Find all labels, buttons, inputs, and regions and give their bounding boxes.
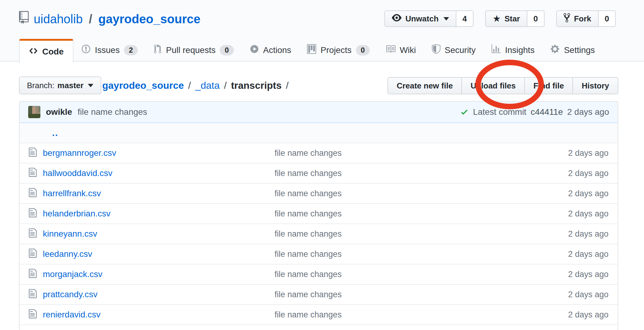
file-name-link[interactable]: helanderbrian.csv xyxy=(43,209,110,219)
caret-down-icon xyxy=(444,17,449,21)
tab-code[interactable]: Code xyxy=(19,39,73,63)
file-name-link[interactable]: prattcandy.csv xyxy=(43,290,97,299)
tab-security-label: Security xyxy=(445,45,476,55)
star-label: Star xyxy=(504,14,520,24)
tab-projects[interactable]: Projects 0 xyxy=(299,39,378,61)
file-age: 2 days ago xyxy=(568,169,608,178)
repo-header: uidaholib / gayrodeo_source Unwatch 4 ★ … xyxy=(0,0,644,62)
file-age: 2 days ago xyxy=(568,189,608,198)
file-name-link[interactable]: renierdavid.csv xyxy=(43,310,100,320)
file-age: 2 days ago xyxy=(568,310,608,320)
file-table: owikle file name changes Latest commit c… xyxy=(19,101,618,330)
tab-security[interactable]: Security xyxy=(424,39,484,61)
file-text-icon xyxy=(29,288,37,301)
repo-name-link[interactable]: gayrodeo_source xyxy=(98,12,200,26)
history-button[interactable]: History xyxy=(572,77,618,94)
up-directory-row[interactable]: .. xyxy=(20,123,618,143)
breadcrumb-data-link[interactable]: _data xyxy=(195,80,220,91)
projects-count-badge: 0 xyxy=(356,45,370,55)
commit-message-link[interactable]: file name changes xyxy=(78,107,147,117)
commit-sha-link[interactable]: c44411e xyxy=(531,107,563,117)
shield-icon xyxy=(432,44,440,56)
file-text-icon xyxy=(29,147,37,159)
repo-nav: Code Issues 2 Pull requests 0 Actions xyxy=(19,39,603,63)
pull-requests-count-badge: 0 xyxy=(220,45,234,55)
file-commit-message-link[interactable]: file name changes xyxy=(275,209,342,219)
table-row: kinneyann.csv file name changes 2 days a… xyxy=(20,224,618,244)
upload-files-button[interactable]: Upload files xyxy=(461,77,525,94)
unwatch-label: Unwatch xyxy=(405,14,438,24)
issue-icon xyxy=(81,44,91,56)
file-commit-message-link[interactable]: file name changes xyxy=(275,290,342,299)
up-directory-link[interactable]: .. xyxy=(52,128,58,138)
file-commit-message-link[interactable]: file name changes xyxy=(275,189,342,198)
code-icon xyxy=(29,46,38,58)
latest-commit-meta: Latest commit c44411e 2 days ago xyxy=(460,107,609,117)
fork-label: Fork xyxy=(574,14,591,24)
tab-pull-requests[interactable]: Pull requests 0 xyxy=(146,39,242,61)
find-file-button[interactable]: Find file xyxy=(524,77,573,94)
file-text-icon xyxy=(29,167,37,180)
file-text-icon xyxy=(29,309,37,321)
table-row: bergmannroger.csv file name changes 2 da… xyxy=(20,143,618,163)
file-text-icon xyxy=(29,268,37,281)
file-age: 2 days ago xyxy=(568,290,608,299)
file-commit-message-link[interactable]: file name changes xyxy=(275,229,342,239)
gear-icon xyxy=(550,44,560,56)
eye-icon xyxy=(392,13,402,25)
stargazers-count[interactable]: 0 xyxy=(527,10,545,27)
file-name-link[interactable]: bergmannroger.csv xyxy=(43,148,116,158)
table-row: harrellfrank.csv file name changes 2 day… xyxy=(20,184,618,204)
file-rows: bergmannroger.csv file name changes 2 da… xyxy=(20,143,618,325)
tab-insights[interactable]: Insights xyxy=(484,39,543,61)
tab-actions[interactable]: Actions xyxy=(242,39,299,61)
tab-settings[interactable]: Settings xyxy=(542,39,603,61)
tab-pull-requests-label: Pull requests xyxy=(166,45,215,55)
file-text-icon xyxy=(29,248,37,261)
watchers-count[interactable]: 4 xyxy=(456,10,474,27)
file-name-link[interactable]: morganjack.csv xyxy=(43,269,103,279)
tab-wiki[interactable]: Wiki xyxy=(378,39,424,61)
file-name-link[interactable]: hallwooddavid.csv xyxy=(43,168,112,178)
watch-group: Unwatch 4 xyxy=(384,10,474,27)
latest-commit-label: Latest commit xyxy=(473,107,526,117)
table-row: helanderbrian.csv file name changes 2 da… xyxy=(20,204,618,224)
commit-author-link[interactable]: owikle xyxy=(46,107,72,117)
tab-projects-label: Projects xyxy=(320,45,351,55)
breadcrumb-repo-link[interactable]: gayrodeo_source xyxy=(102,80,184,91)
tab-code-label: Code xyxy=(42,47,64,57)
star-button[interactable]: ★ Star xyxy=(485,10,527,27)
create-new-file-button[interactable]: Create new file xyxy=(388,77,462,94)
branch-name: master xyxy=(58,81,84,90)
latest-commit-bar: owikle file name changes Latest commit c… xyxy=(20,102,618,123)
file-age: 2 days ago xyxy=(568,148,608,158)
repo-owner-link[interactable]: uidaholib xyxy=(34,12,83,26)
file-name-link[interactable]: kinneyann.csv xyxy=(43,229,97,239)
file-commit-message-link[interactable]: file name changes xyxy=(275,249,342,259)
table-row: leedanny.csv file name changes 2 days ag… xyxy=(20,244,618,264)
branch-select-button[interactable]: Branch: master xyxy=(19,77,101,94)
file-action-buttons: Create new file Upload files Find file H… xyxy=(388,77,618,94)
tab-issues[interactable]: Issues 2 xyxy=(73,39,146,61)
repo-book-icon xyxy=(19,11,29,27)
unwatch-button[interactable]: Unwatch xyxy=(384,10,456,27)
file-commit-message-link[interactable]: file name changes xyxy=(275,270,342,279)
issues-count-badge: 2 xyxy=(124,45,138,55)
file-commit-message-link[interactable]: file name changes xyxy=(275,169,342,178)
table-row: renierdavid.csv file name changes 2 days… xyxy=(20,305,618,325)
table-row: hallwooddavid.csv file name changes 2 da… xyxy=(20,163,618,184)
breadcrumb: gayrodeo_source / _data / transcripts / xyxy=(102,77,289,94)
file-commit-message-link[interactable]: file name changes xyxy=(275,148,342,158)
tab-wiki-label: Wiki xyxy=(400,45,416,55)
branch-label: Branch: xyxy=(27,81,54,90)
file-name-link[interactable]: harrellfrank.csv xyxy=(43,189,101,198)
breadcrumb-current-dir: transcripts xyxy=(231,80,282,91)
file-name-link[interactable]: leedanny.csv xyxy=(43,249,92,259)
commit-age: 2 days ago xyxy=(567,107,609,117)
avatar[interactable] xyxy=(28,106,40,118)
forks-count[interactable]: 0 xyxy=(599,10,616,27)
fork-button[interactable]: Fork xyxy=(556,10,598,27)
file-commit-message-link[interactable]: file name changes xyxy=(275,310,342,320)
book-icon xyxy=(386,44,395,56)
tab-insights-label: Insights xyxy=(505,45,535,55)
